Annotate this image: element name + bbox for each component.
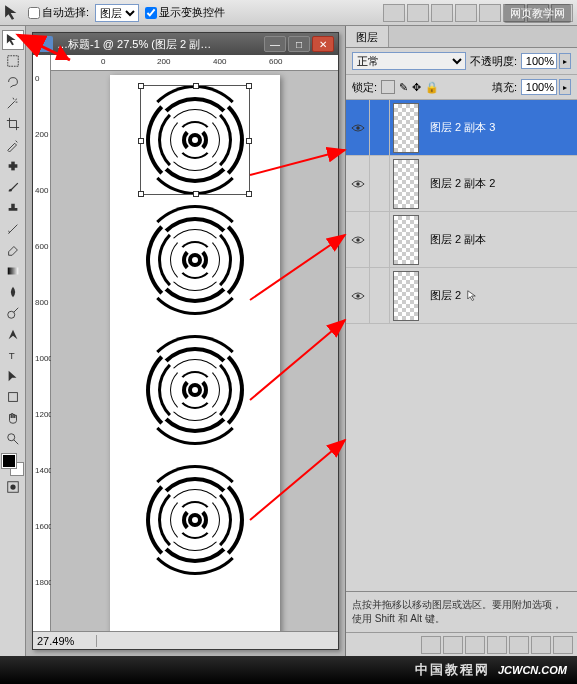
visibility-icon[interactable] — [351, 179, 365, 189]
blend-mode-select[interactable]: 正常 — [352, 52, 466, 70]
eraser-tool[interactable] — [2, 240, 24, 260]
doc-title: …标题-1 @ 27.5% (图层 2 副… — [57, 37, 264, 52]
hand-tool[interactable] — [2, 408, 24, 428]
layer-row[interactable]: 图层 2 副本 2 — [346, 156, 577, 212]
opacity-input[interactable] — [521, 53, 557, 69]
visibility-icon[interactable] — [351, 235, 365, 245]
move-tool-icon — [4, 4, 22, 22]
lock-transparency-icon[interactable] — [381, 80, 395, 94]
svg-rect-6 — [8, 393, 17, 402]
delete-layer-button[interactable] — [553, 636, 573, 654]
svg-rect-3 — [7, 268, 18, 275]
tab-layers[interactable]: 图层 — [346, 26, 389, 47]
shape-tool[interactable] — [2, 387, 24, 407]
opacity-arrow[interactable]: ▸ — [559, 53, 571, 69]
auto-select-combo[interactable]: 图层 — [95, 4, 139, 22]
mask-button[interactable] — [465, 636, 485, 654]
layer-row[interactable]: 图层 2 副本 — [346, 212, 577, 268]
show-transform-checkbox[interactable]: 显示变换控件 — [145, 5, 225, 20]
layer-thumb — [393, 271, 419, 321]
panel-tabs: 图层 — [346, 26, 577, 48]
color-swatches[interactable] — [2, 454, 24, 476]
eyedropper-tool[interactable] — [2, 135, 24, 155]
visibility-icon[interactable] — [351, 291, 365, 301]
auto-select-checkbox[interactable]: 自动选择: — [28, 5, 89, 20]
fg-color[interactable] — [2, 454, 16, 468]
brush-tool[interactable] — [2, 177, 24, 197]
dodge-tool[interactable] — [2, 303, 24, 323]
new-layer-button[interactable] — [531, 636, 551, 654]
titlebar[interactable]: …标题-1 @ 27.5% (图层 2 副… — □ ✕ — [33, 33, 338, 55]
svg-rect-2 — [11, 162, 15, 171]
options-bar: 自动选择: 图层 显示变换控件 — [0, 0, 577, 26]
layer-thumb — [393, 103, 419, 153]
align-btn[interactable] — [407, 4, 429, 22]
crop-tool[interactable] — [2, 114, 24, 134]
svg-point-11 — [356, 182, 360, 186]
panel-hint: 点按并拖移以移动图层或选区。要用附加选项，使用 Shift 和 Alt 键。 — [346, 591, 577, 632]
layer-row[interactable]: 图层 2 副本 3 — [346, 100, 577, 156]
layer-name[interactable]: 图层 2 副本 3 — [422, 100, 577, 155]
layer-thumb — [393, 159, 419, 209]
fill-arrow[interactable]: ▸ — [559, 79, 571, 95]
maximize-button[interactable]: □ — [288, 36, 310, 52]
fill-label: 填充: — [492, 80, 517, 95]
history-brush-tool[interactable] — [2, 219, 24, 239]
link-layers-button[interactable] — [421, 636, 441, 654]
align-btn[interactable] — [455, 4, 477, 22]
swirl-3[interactable] — [140, 335, 250, 445]
layer-name[interactable]: 图层 2 — [422, 268, 577, 323]
watermark-top: 网页教学网 — [504, 4, 571, 23]
type-tool[interactable]: T — [2, 345, 24, 365]
zoom-value[interactable]: 27.49% — [37, 635, 97, 647]
transform-box[interactable] — [140, 85, 250, 195]
lock-brush-icon[interactable]: ✎ — [399, 81, 408, 94]
quickmask-tool[interactable] — [2, 477, 24, 497]
layer-list: 图层 2 副本 3 图层 2 副本 2 图层 2 副本 图层 2 — [346, 100, 577, 591]
visibility-icon[interactable] — [351, 123, 365, 133]
wand-tool[interactable] — [2, 93, 24, 113]
layer-name[interactable]: 图层 2 副本 2 — [422, 156, 577, 211]
doc-icon — [37, 36, 53, 52]
align-btn[interactable] — [431, 4, 453, 22]
svg-point-4 — [7, 311, 14, 318]
fx-button[interactable] — [443, 636, 463, 654]
gradient-tool[interactable] — [2, 261, 24, 281]
opacity-label: 不透明度: — [470, 54, 517, 69]
minimize-button[interactable]: — — [264, 36, 286, 52]
layer-name[interactable]: 图层 2 副本 — [422, 212, 577, 267]
svg-text:T: T — [8, 350, 14, 361]
show-transform-label: 显示变换控件 — [159, 5, 225, 20]
fill-input[interactable] — [521, 79, 557, 95]
path-select-tool[interactable] — [2, 366, 24, 386]
status-bar: 27.49% — [33, 631, 338, 649]
stamp-tool[interactable] — [2, 198, 24, 218]
toolbox: T — [0, 26, 26, 656]
svg-point-10 — [356, 126, 360, 130]
zoom-tool[interactable] — [2, 429, 24, 449]
adjustment-button[interactable] — [487, 636, 507, 654]
move-tool[interactable] — [2, 30, 24, 50]
marquee-tool[interactable] — [2, 51, 24, 71]
pen-tool[interactable] — [2, 324, 24, 344]
align-btn[interactable] — [383, 4, 405, 22]
svg-point-7 — [7, 434, 14, 441]
artboard[interactable] — [110, 75, 280, 631]
swirl-2[interactable] — [140, 205, 250, 315]
swirl-4[interactable] — [140, 465, 250, 575]
blur-tool[interactable] — [2, 282, 24, 302]
vertical-ruler: 0 200 400 600 800 1000 1200 1400 1600 18… — [33, 55, 51, 631]
group-button[interactable] — [509, 636, 529, 654]
lock-move-icon[interactable]: ✥ — [412, 81, 421, 94]
close-button[interactable]: ✕ — [312, 36, 334, 52]
layer-thumb — [393, 215, 419, 265]
footer-watermark: 中国教程网 JCWCN.COM — [0, 656, 577, 684]
canvas-area[interactable]: 0 200 400 600 — [51, 55, 338, 631]
heal-tool[interactable] — [2, 156, 24, 176]
lock-all-icon[interactable]: 🔒 — [425, 81, 439, 94]
layer-row[interactable]: 图层 2 — [346, 268, 577, 324]
lasso-tool[interactable] — [2, 72, 24, 92]
cursor-icon — [467, 290, 479, 302]
align-btn[interactable] — [479, 4, 501, 22]
document-window: …标题-1 @ 27.5% (图层 2 副… — □ ✕ 0 200 400 6… — [32, 32, 339, 650]
